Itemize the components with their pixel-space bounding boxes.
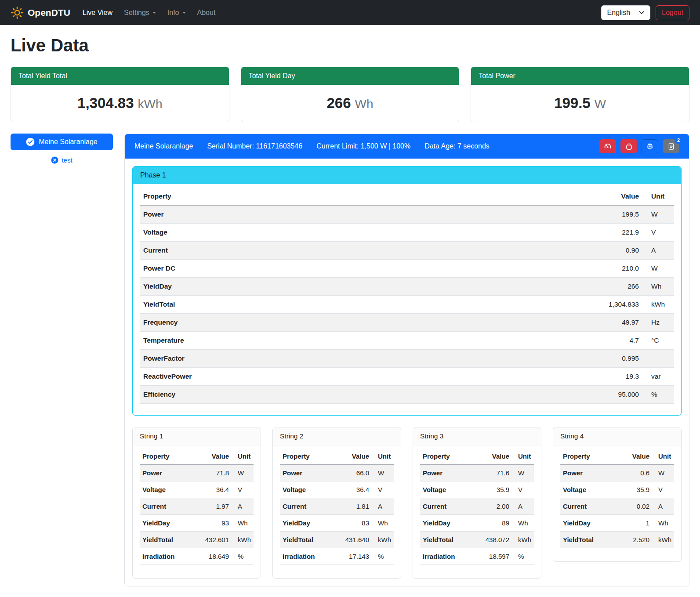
summary-card: Total Yield Day 266Wh xyxy=(241,67,460,122)
inverter-actions: 2 xyxy=(599,139,679,153)
unit-cell: Wh xyxy=(642,278,674,296)
nav-live-view[interactable]: Live View xyxy=(83,9,112,17)
table-row: Power 66.0 W xyxy=(280,465,394,481)
unit-cell: W xyxy=(642,260,674,278)
summary-card-body: 199.5W xyxy=(471,85,689,122)
journal-icon xyxy=(667,143,675,150)
unit-cell: W xyxy=(372,465,394,481)
event-count-badge: 2 xyxy=(675,136,682,144)
value-cell: 266 xyxy=(440,278,642,296)
unit-cell: Wh xyxy=(512,515,534,532)
string-title: String 4 xyxy=(553,427,681,445)
phase-body: Property Value Unit Power 199.5 W xyxy=(133,184,681,415)
nav-info-label: Info xyxy=(167,9,179,17)
string-title: String 3 xyxy=(413,427,541,445)
table-header-row: Property Value Unit xyxy=(560,448,674,465)
property-cell: PowerFactor xyxy=(140,350,440,368)
unit-cell: kWh xyxy=(642,296,674,314)
column-header-unit: Unit xyxy=(232,448,254,465)
summary-card-value: 1,304.83 xyxy=(77,95,134,111)
unit-cell: % xyxy=(372,548,394,565)
nav-info-dropdown[interactable]: Info xyxy=(167,9,186,17)
value-cell: 1.97 xyxy=(192,498,232,515)
property-cell: Temperature xyxy=(140,332,440,350)
summary-cards: Total Yield Total 1,304.83kWh Total Yiel… xyxy=(11,67,689,122)
unit-cell: A xyxy=(642,242,674,260)
unit-cell: W xyxy=(642,206,674,224)
property-cell: Voltage xyxy=(140,224,440,242)
property-cell: YieldTotal xyxy=(420,532,472,548)
table-row: Current 2.00 A xyxy=(420,498,534,515)
property-cell: YieldDay xyxy=(280,515,332,532)
value-cell: 2.520 xyxy=(617,532,652,548)
column-header-value: Value xyxy=(332,448,372,465)
language-value: English xyxy=(607,9,630,17)
brand-link[interactable]: OpenDTU xyxy=(11,6,70,19)
value-cell: 93 xyxy=(192,515,232,532)
property-cell: Power DC xyxy=(140,260,440,278)
value-cell: 210.0 xyxy=(440,260,642,278)
value-cell: 199.5 xyxy=(440,206,642,224)
string-table: Property Value Unit Power 0.6 W xyxy=(560,448,674,548)
value-cell: 35.9 xyxy=(472,481,512,498)
unit-cell: V xyxy=(652,481,674,498)
value-cell: 18.649 xyxy=(192,548,232,565)
value-cell: 432.601 xyxy=(192,532,232,548)
brand-label: OpenDTU xyxy=(28,7,70,18)
summary-card-unit: kWh xyxy=(138,97,163,111)
unit-cell: % xyxy=(512,548,534,565)
table-row: YieldDay 83 Wh xyxy=(280,515,394,532)
inverter-select-button[interactable]: Meine Solaranlage xyxy=(11,134,113,150)
event-log-button[interactable]: 2 xyxy=(663,139,679,153)
table-row: Power 0.6 W xyxy=(560,465,674,481)
x-circle-icon xyxy=(51,156,58,164)
cpu-icon xyxy=(646,142,654,150)
table-row: YieldTotal 1,304.833 kWh xyxy=(140,296,674,314)
table-row: Power 71.6 W xyxy=(420,465,534,481)
top-navbar: OpenDTU Live View Settings Info About En… xyxy=(0,0,700,25)
column-header-value: Value xyxy=(617,448,652,465)
table-row: Voltage 36.4 V xyxy=(280,481,394,498)
nav-links: Live View Settings Info About xyxy=(83,9,216,17)
page-title: Live Data xyxy=(11,36,689,55)
table-row: YieldDay 1 Wh xyxy=(560,515,674,532)
table-row: Current 1.81 A xyxy=(280,498,394,515)
nav-settings-dropdown[interactable]: Settings xyxy=(124,9,156,17)
unit-cell: kWh xyxy=(512,532,534,548)
column-header-unit: Unit xyxy=(652,448,674,465)
value-cell: 35.9 xyxy=(617,481,652,498)
power-toggle-button[interactable] xyxy=(620,139,637,153)
table-header-row: Property Value Unit xyxy=(280,448,394,465)
property-cell: Efficiency xyxy=(140,386,440,404)
logout-button[interactable]: Logout xyxy=(656,5,689,20)
table-row: Current 1.97 A xyxy=(140,498,254,515)
unit-cell: V xyxy=(372,481,394,498)
language-select[interactable]: English xyxy=(601,5,650,20)
table-row: Irradiation 17.143 % xyxy=(280,548,394,565)
summary-card-title: Total Yield Day xyxy=(241,67,459,85)
nav-about[interactable]: About xyxy=(197,9,216,17)
nav-settings-label: Settings xyxy=(124,9,149,17)
summary-card-unit: Wh xyxy=(355,97,374,111)
column-header-value: Value xyxy=(472,448,512,465)
property-cell: YieldDay xyxy=(560,515,617,532)
unit-cell: kWh xyxy=(372,532,394,548)
table-row: Voltage 35.9 V xyxy=(560,481,674,498)
inverter-data-age: Data Age: 7 seconds xyxy=(424,142,490,150)
column-header-property: Property xyxy=(420,448,472,465)
unit-cell xyxy=(642,350,674,368)
value-cell: 36.4 xyxy=(332,481,372,498)
limit-settings-button[interactable] xyxy=(599,139,616,153)
device-info-button[interactable] xyxy=(642,139,658,153)
unit-cell: A xyxy=(232,498,254,515)
property-cell: YieldTotal xyxy=(560,532,617,548)
test-link[interactable]: test xyxy=(11,156,113,164)
navbar-right: English Logout xyxy=(601,5,689,20)
table-row: YieldDay 266 Wh xyxy=(140,278,674,296)
inverter-panel-header: Meine Solaranlage Serial Number: 1161716… xyxy=(125,134,689,159)
value-cell: 4.7 xyxy=(440,332,642,350)
value-cell: 66.0 xyxy=(332,465,372,481)
property-cell: Voltage xyxy=(560,481,617,498)
table-row: YieldDay 93 Wh xyxy=(140,515,254,532)
value-cell: 2.00 xyxy=(472,498,512,515)
